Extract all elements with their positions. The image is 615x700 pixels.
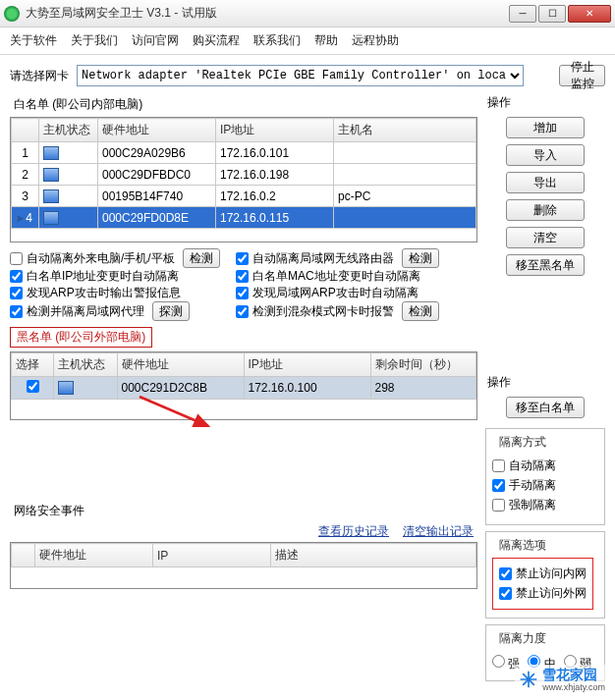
app-icon (4, 6, 20, 22)
menu-remote-assist[interactable]: 远程协助 (352, 32, 399, 49)
col-mac[interactable]: 硬件地址 (117, 353, 244, 377)
chk-isolate-router[interactable] (236, 252, 249, 265)
probe-button[interactable]: 探测 (152, 301, 190, 321)
chk-block-intranet[interactable] (499, 567, 512, 580)
menu-help[interactable]: 帮助 (314, 32, 338, 49)
export-button[interactable]: 导出 (506, 172, 585, 193)
watermark: 雪花家园 www.xhjaty.com (515, 665, 609, 694)
col-index (12, 119, 39, 142)
history-link[interactable]: 查看历史记录 (318, 523, 389, 540)
stop-monitor-button[interactable]: 停止监控 (559, 65, 605, 86)
nic-label: 请选择网卡 (10, 68, 69, 84)
menu-about-software[interactable]: 关于软件 (10, 32, 57, 49)
col-host[interactable]: 主机状态 (54, 353, 118, 377)
add-button[interactable]: 增加 (506, 117, 585, 138)
col-select[interactable]: 选择 (12, 353, 54, 377)
col-host[interactable]: 主机状态 (39, 119, 98, 142)
col-name[interactable]: 主机名 (334, 119, 476, 142)
col-ip[interactable]: IP地址 (244, 353, 370, 377)
monitor-icon (43, 211, 59, 225)
menu-website[interactable]: 访问官网 (132, 32, 179, 49)
monitor-icon (43, 189, 59, 203)
chk-arp-alert[interactable] (10, 287, 23, 299)
table-row[interactable]: 1 000C29A029B6 172.16.0.101 (12, 142, 476, 164)
minimize-button[interactable]: ─ (509, 5, 536, 23)
monitor-icon (43, 146, 59, 160)
table-row[interactable]: 000C291D2C8B 172.16.0.100 298 (12, 377, 476, 400)
isolation-level-title: 隔离力度 (496, 630, 549, 647)
chk-proxy[interactable] (10, 305, 23, 318)
clear-button[interactable]: 清空 (506, 227, 585, 248)
menu-bar: 关于软件 关于我们 访问官网 购买流程 联系我们 帮助 远程协助 (0, 27, 615, 55)
whitelist-title: 白名单 (即公司内部电脑) (14, 96, 477, 113)
move-to-whitelist-button[interactable]: 移至白名单 (506, 397, 585, 418)
detect-button-1[interactable]: 检测 (183, 248, 220, 268)
chk-arp-isolate[interactable] (236, 287, 249, 299)
window-title: 大势至局域网安全卫士 V3.1 - 试用版 (26, 5, 507, 22)
delete-button[interactable]: 删除 (506, 199, 585, 221)
table-row[interactable]: 3 00195B14F740 172.16.0.2 pc-PC (12, 186, 476, 207)
isolation-options-title: 隔离选项 (496, 537, 549, 554)
chk-force-isolate[interactable] (492, 499, 505, 512)
table-row[interactable]: 2 000C29DFBDC0 172.16.0.198 (12, 164, 476, 186)
chk-wl-ip-change[interactable] (10, 270, 23, 283)
col-mac[interactable]: 硬件地址 (35, 544, 153, 567)
detect-button-2[interactable]: 检测 (402, 248, 439, 268)
maximize-button[interactable]: ☐ (538, 5, 566, 23)
menu-contact[interactable]: 联系我们 (253, 32, 301, 49)
table-row[interactable]: ▸4 000C29FD0D8E 172.16.0.115 (12, 207, 476, 229)
whitelist-table: 主机状态 硬件地址 IP地址 主机名 1 000C29A029B6 172.16… (10, 117, 477, 242)
blacklist-title: 黑名单 (即公司外部电脑) (10, 327, 152, 348)
close-button[interactable]: ✕ (568, 5, 611, 23)
menu-purchase[interactable]: 购买流程 (193, 32, 240, 49)
ops-title-2: 操作 (487, 374, 605, 391)
menu-about-us[interactable]: 关于我们 (71, 32, 118, 49)
col-ip[interactable]: IP (153, 544, 271, 567)
chk-isolate-external[interactable] (10, 252, 23, 265)
chk-wl-mac-change[interactable] (236, 270, 249, 283)
chk-promisc[interactable] (236, 305, 249, 318)
events-title: 网络安全事件 (14, 503, 477, 519)
clear-output-link[interactable]: 清空输出记录 (403, 523, 474, 540)
chk-auto-isolate[interactable] (492, 459, 505, 472)
col-ip[interactable]: IP地址 (216, 119, 334, 142)
snowflake-icon (519, 670, 538, 689)
move-to-blacklist-button[interactable]: 移至黑名单 (506, 254, 585, 276)
monitor-icon (43, 168, 59, 182)
row-marker-icon: ▸ (18, 211, 26, 225)
monitor-icon (58, 381, 74, 395)
import-button[interactable]: 导入 (506, 144, 585, 166)
events-table: 硬件地址 IP 描述 (10, 542, 477, 589)
ops-title: 操作 (487, 94, 605, 111)
detect-button-3[interactable]: 检测 (402, 301, 439, 321)
chk-block-internet[interactable] (499, 587, 512, 600)
isolation-mode-title: 隔离方式 (496, 434, 549, 451)
blacklist-table: 选择 主机状态 硬件地址 IP地址 剩余时间（秒） 000C291D2C8B 1… (10, 351, 477, 420)
col-desc[interactable]: 描述 (271, 544, 476, 567)
col-mac[interactable]: 硬件地址 (98, 119, 216, 142)
nic-select[interactable]: Network adapter 'Realtek PCIe GBE Family… (77, 65, 524, 86)
radio-strong[interactable] (492, 655, 505, 668)
row-select[interactable] (27, 380, 39, 393)
col-time[interactable]: 剩余时间（秒） (370, 353, 476, 377)
chk-manual-isolate[interactable] (492, 479, 505, 492)
